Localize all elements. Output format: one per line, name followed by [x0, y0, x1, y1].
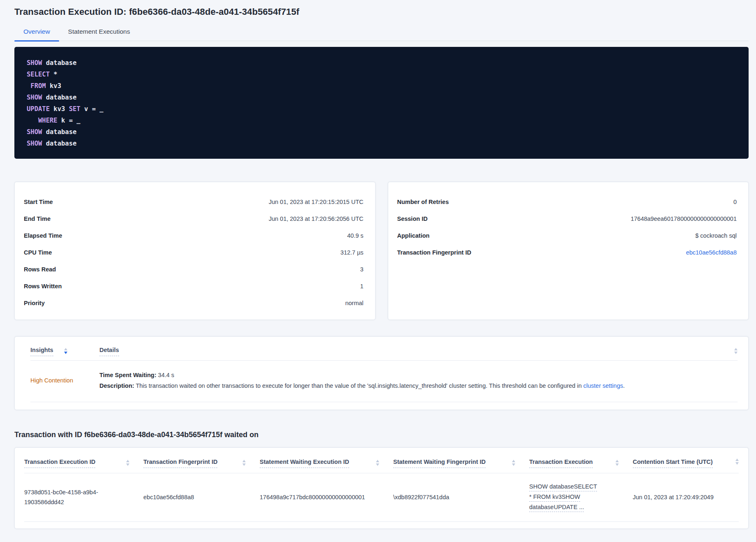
sql-keyword: WHERE	[38, 117, 58, 124]
tab-overview-label: Overview	[23, 28, 50, 35]
sql-line: SHOW database	[27, 138, 736, 149]
summary-label: Elapsed Time	[24, 232, 62, 239]
cell-value: Jun 01, 2023 at 17:20:49:2049	[633, 494, 714, 500]
sql-text: *	[50, 71, 58, 78]
transaction-fingerprint-link[interactable]: ebc10ae56cfd88a8	[686, 249, 737, 256]
sql-text: database	[42, 94, 76, 101]
cluster-settings-link[interactable]: cluster settings	[583, 382, 623, 389]
summary-label: Rows Written	[24, 283, 62, 290]
column-header-label: Transaction Fingerprint ID	[143, 459, 217, 468]
summary-label: Number of Retries	[397, 199, 449, 205]
tab-statement-executions[interactable]: Statement Executions	[59, 28, 139, 41]
sort-desc-arrow	[242, 463, 246, 466]
summary-label: Priority	[24, 300, 45, 306]
details-column-header[interactable]: Details	[99, 347, 725, 356]
row-divider	[24, 521, 739, 522]
sort-desc-arrow	[64, 352, 67, 354]
summary-label: Session ID	[397, 215, 428, 222]
summary-value: 3	[360, 266, 363, 273]
insights-column-header[interactable]: Insights	[30, 347, 99, 356]
cell-value: 9738d051-bc0e-4158-a9b4-1903586ddd42	[24, 489, 98, 505]
summary-label: Start Time	[24, 199, 53, 205]
sort-desc-arrow	[615, 463, 619, 466]
details-column-label: Details	[99, 347, 119, 356]
sql-keyword: SHOW	[27, 59, 42, 67]
statement-waiting-execution-id-cell: 176498a9c717bdc80000000000000001	[260, 492, 393, 502]
summary-cards-row: Start TimeJun 01, 2023 at 17:20:15:2015 …	[14, 182, 749, 320]
column-header-label: Statement Waiting Execution ID	[260, 459, 349, 468]
summary-row: Prioritynormal	[24, 294, 364, 311]
sql-keyword: UPDATE	[27, 105, 50, 113]
sort-icon[interactable]	[64, 348, 67, 354]
statement-waiting-fingerprint-id-cell: \xdb8922f077541dda	[393, 492, 529, 502]
column-header-label: Statement Waiting Fingerprint ID	[393, 459, 486, 468]
sort-icon[interactable]	[242, 460, 246, 466]
sql-text: v = _	[81, 105, 104, 113]
sql-line: SELECT *	[27, 69, 736, 80]
sql-text: database	[42, 59, 76, 67]
cell-value: ebc10ae56cfd88a8	[143, 494, 194, 500]
sort-icon[interactable]	[376, 460, 379, 466]
column-header-transaction-execution[interactable]: Transaction Execution	[529, 459, 633, 468]
column-header-transaction-execution-id[interactable]: Transaction Execution ID	[24, 459, 143, 468]
sort-desc-arrow	[376, 463, 379, 466]
column-header-contention-start-time-utc[interactable]: Contention Start Time (UTC)	[633, 459, 728, 468]
summary-card-left: Start TimeJun 01, 2023 at 17:20:15:2015 …	[14, 182, 376, 320]
sort-icon[interactable]	[512, 460, 515, 466]
sort-icon[interactable]	[615, 460, 619, 466]
column-header-statement-waiting-fingerprint-id[interactable]: Statement Waiting Fingerprint ID	[393, 459, 529, 468]
summary-row: Session ID17648a9eea60178000000000000000…	[397, 210, 737, 227]
sort-asc-arrow	[64, 348, 67, 350]
summary-label: Application	[397, 232, 430, 239]
table-sort-control	[728, 459, 739, 465]
summary-value: 40.9 s	[347, 232, 364, 239]
column-header-label: Contention Start Time (UTC)	[633, 459, 713, 468]
sort-asc-arrow	[734, 348, 738, 350]
column-header-statement-waiting-execution-id[interactable]: Statement Waiting Execution ID	[260, 459, 393, 468]
sql-line: SHOW database	[27, 92, 736, 103]
sort-asc-arrow	[615, 460, 619, 462]
sql-line: SHOW database	[27, 57, 736, 69]
contention-start-time-cell: Jun 01, 2023 at 17:20:49:2049	[633, 492, 728, 502]
summary-row: Start TimeJun 01, 2023 at 17:20:15:2015 …	[24, 193, 364, 210]
sql-line: UPDATE kv3 SET v = _	[27, 103, 736, 115]
sql-keyword: SELECT	[27, 71, 50, 78]
sort-asc-arrow	[126, 460, 129, 462]
column-header-transaction-fingerprint-id[interactable]: Transaction Fingerprint ID	[143, 459, 260, 468]
sql-text: database	[42, 140, 76, 147]
sort-desc-arrow	[734, 352, 738, 354]
tab-overview[interactable]: Overview	[14, 28, 59, 41]
table-sort-control	[725, 347, 738, 354]
sort-icon[interactable]	[734, 348, 738, 354]
sort-asc-arrow	[242, 460, 246, 462]
row-divider	[30, 402, 738, 402]
summary-value: Jun 01, 2023 at 17:20:15:2015 UTC	[269, 199, 364, 205]
sql-line: FROM kv3	[27, 80, 736, 92]
sort-icon[interactable]	[735, 459, 739, 465]
waited-on-table-header: Transaction Execution IDTransaction Fing…	[24, 457, 739, 473]
waited-on-heading: Transaction with ID f6be6366-da03-48de-a…	[14, 431, 749, 439]
transaction-details-page: Transaction Execution ID: f6be6366-da03-…	[0, 0, 756, 529]
sql-text: database	[42, 128, 76, 136]
sql-text: k = _	[58, 117, 81, 124]
cell-value: \xdb8922f077541dda	[393, 494, 449, 500]
sort-icon[interactable]	[126, 460, 129, 466]
column-header-label: Transaction Execution ID	[24, 459, 95, 468]
sort-desc-arrow	[512, 463, 515, 466]
sql-text: kv3	[46, 82, 61, 90]
time-spent-waiting: Time Spent Waiting: 34.4 s	[99, 370, 738, 380]
sort-desc-arrow	[126, 463, 129, 466]
sort-asc-arrow	[376, 460, 379, 462]
transaction-execution-link[interactable]: SHOW databaseSELECT * FROM kv3SHOW datab…	[529, 482, 600, 512]
summary-label: Transaction Fingerprint ID	[397, 249, 471, 256]
column-header-label: Transaction Execution	[529, 459, 593, 468]
summary-label: End Time	[24, 215, 51, 222]
cell-value: 176498a9c717bdc80000000000000001	[260, 494, 365, 500]
insight-description: Description: This transaction waited on …	[99, 380, 738, 391]
tab-statement-executions-label: Statement Executions	[68, 28, 130, 35]
table-row: 9738d051-bc0e-4158-a9b4-1903586ddd42ebc1…	[24, 473, 739, 521]
sort-asc-arrow	[512, 460, 515, 462]
summary-row: End TimeJun 01, 2023 at 17:20:56:2056 UT…	[24, 210, 364, 227]
summary-value: normal	[345, 300, 363, 306]
sql-line: SHOW database	[27, 126, 736, 138]
